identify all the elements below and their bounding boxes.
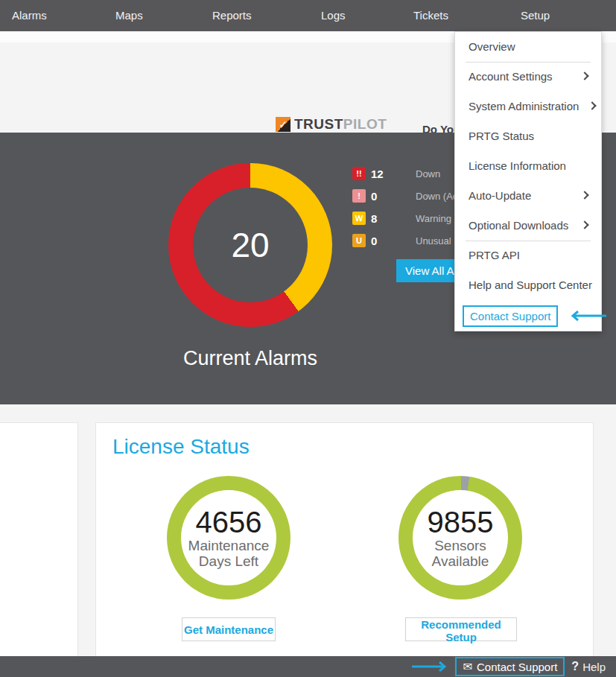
legend-row-down-ack[interactable]: ! 0 Down (Ackn — [352, 189, 468, 203]
maintenance-gauge: 4656 Maintenance Days Left — [167, 476, 290, 600]
down-count: 12 — [371, 168, 396, 180]
right-arrow-icon — [411, 661, 448, 672]
help-icon: ? — [571, 660, 579, 673]
menu-item-label: Account Settings — [469, 70, 553, 83]
maintenance-days-value: 4656 — [196, 506, 262, 538]
menu-item-contact-support[interactable]: Contact Support — [455, 300, 601, 330]
sensors-label-line1: Sensors — [434, 538, 486, 553]
menu-item-license-information[interactable]: License Information — [455, 151, 601, 181]
license-status-title: License Status — [112, 435, 250, 459]
contact-support-highlight-box[interactable]: Contact Support — [463, 305, 558, 327]
menu-item-overview[interactable]: Overview — [455, 32, 601, 62]
warning-label: Warning — [416, 213, 451, 224]
footer-contact-support-button[interactable]: ✉ Contact Support — [455, 657, 565, 676]
trustpilot-check-icon: ✓ — [276, 117, 290, 132]
menu-item-prtg-api[interactable]: PRTG API — [455, 241, 601, 270]
license-status-card: License Status 4656 Maintenance Days Lef… — [95, 422, 594, 677]
menu-item-auto-update[interactable]: Auto-Update — [455, 181, 601, 211]
nav-item-logs[interactable]: Logs — [321, 0, 346, 31]
down-label: Down — [416, 168, 440, 179]
down-status-icon: !! — [352, 167, 366, 180]
menu-item-label: Optional Downloads — [469, 219, 568, 232]
warning-status-icon: W — [352, 212, 366, 225]
chevron-right-icon — [580, 220, 588, 229]
unusual-count: 0 — [371, 235, 396, 247]
trustpilot-word-trust: TRUST — [294, 116, 343, 132]
legend-row-warning[interactable]: W 8 Warning — [352, 212, 451, 225]
maintenance-label-line2: Days Left — [199, 553, 258, 569]
trustpilot-word-pilot: PILOT — [343, 116, 387, 132]
legend-row-unusual[interactable]: U 0 Unusual — [352, 234, 451, 247]
top-navbar: Alarms Maps Reports Logs Tickets Setup — [0, 0, 616, 31]
warning-count: 8 — [371, 212, 396, 225]
menu-item-label: Auto-Update — [469, 189, 531, 202]
footer-help-label: Help — [582, 661, 606, 673]
alarms-total: 20 — [231, 225, 269, 265]
setup-dropdown-menu: Overview Account Settings System Adminis… — [454, 31, 602, 331]
menu-item-help-support-center[interactable]: Help and Support Center — [455, 270, 601, 300]
nav-item-alarms[interactable]: Alarms — [12, 0, 47, 31]
nav-item-tickets[interactable]: Tickets — [413, 0, 448, 31]
unusual-status-icon: U — [352, 234, 366, 247]
sensors-label-line2: Available — [432, 553, 489, 569]
menu-item-label: System Administration — [469, 100, 579, 112]
footer-contact-support-label: Contact Support — [477, 661, 557, 673]
menu-item-prtg-status[interactable]: PRTG Status — [455, 121, 601, 151]
alarms-caption: Current Alarms — [168, 347, 332, 370]
sensors-available-value: 9855 — [428, 506, 494, 538]
nav-item-reports[interactable]: Reports — [212, 0, 252, 31]
unusual-label: Unusual — [416, 235, 451, 247]
trustpilot-wordmark: TRUSTPILOT — [294, 116, 387, 133]
chevron-right-icon — [588, 101, 596, 109]
partial-left-card — [0, 422, 78, 677]
chevron-right-icon — [580, 71, 588, 80]
maintenance-label-line1: Maintenance — [188, 538, 270, 553]
chevron-right-icon — [580, 191, 588, 199]
left-arrow-icon — [566, 311, 608, 321]
footer-bar: ✉ Contact Support ? Help — [0, 656, 616, 677]
sensors-gauge: 9855 Sensors Available — [399, 476, 522, 600]
footer-help-button[interactable]: ? Help — [571, 660, 606, 673]
envelope-icon: ✉ — [463, 660, 472, 673]
down-ack-count: 0 — [371, 190, 396, 203]
nav-item-maps[interactable]: Maps — [115, 0, 143, 31]
legend-row-down[interactable]: !! 12 Down — [352, 167, 440, 180]
nav-item-setup[interactable]: Setup — [521, 0, 550, 31]
recommended-setup-button[interactable]: Recommended Setup — [405, 617, 517, 641]
menu-item-account-settings[interactable]: Account Settings — [455, 62, 601, 92]
menu-item-optional-downloads[interactable]: Optional Downloads — [455, 211, 601, 241]
menu-item-system-administration[interactable]: System Administration — [455, 92, 601, 121]
get-maintenance-button[interactable]: Get Maintenance — [182, 617, 276, 641]
alarms-donut-chart: 20 — [168, 163, 332, 327]
down-acknowledged-status-icon: ! — [352, 189, 366, 203]
